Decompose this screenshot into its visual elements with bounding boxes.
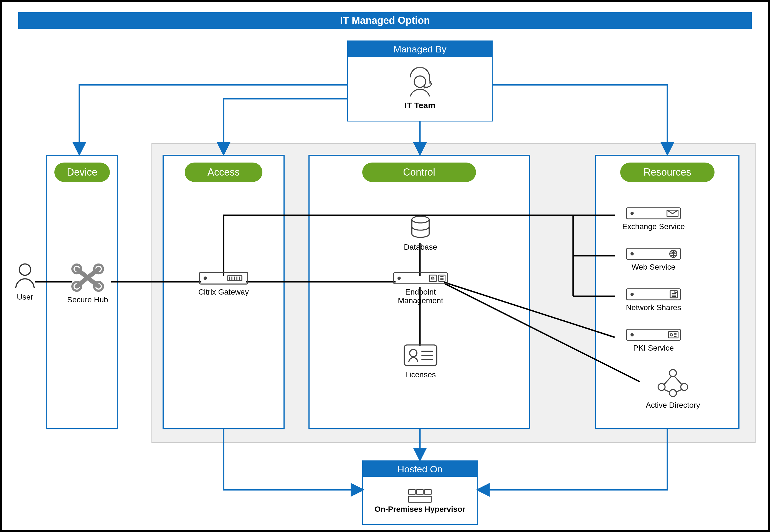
svg-point-56 (631, 334, 634, 336)
svg-point-39 (410, 349, 417, 357)
access-zone-label: Access (185, 163, 262, 182)
pki-icon (626, 328, 681, 341)
hypervisor-icon (407, 487, 433, 505)
hosted-on-box: Hosted On On-Premises Hypervisor (362, 460, 478, 525)
web-node: Web Service (615, 247, 692, 272)
svg-point-30 (412, 216, 429, 223)
shares-label: Network Shares (615, 303, 692, 312)
shares-node: Network Shares (615, 288, 692, 312)
secure-hub-node: Secure Hub (63, 262, 113, 304)
svg-point-62 (669, 369, 676, 376)
ad-node: Active Directory (634, 368, 712, 410)
svg-rect-14 (417, 490, 423, 494)
user-icon (12, 262, 37, 290)
exchange-label: Exchange Service (615, 222, 692, 231)
citrix-gateway-label: Citrix Gateway (193, 288, 254, 297)
user-label: User (8, 293, 42, 302)
database-label: Database (401, 243, 440, 252)
svg-rect-16 (409, 496, 431, 502)
database-icon (408, 215, 433, 240)
shares-icon (626, 288, 681, 301)
licenses-label: Licenses (398, 371, 443, 379)
secure-hub-icon (70, 262, 106, 293)
exchange-icon (626, 207, 681, 220)
database-node: Database (401, 215, 440, 252)
svg-point-58 (670, 334, 673, 336)
managed-by-header: Managed By (348, 41, 492, 57)
control-zone-label: Control (362, 163, 476, 182)
resources-zone-label: Resources (620, 163, 715, 182)
title-bar: IT Managed Option (18, 12, 752, 29)
device-zone-label: Device (54, 163, 110, 182)
license-icon (402, 343, 439, 368)
svg-point-32 (398, 277, 401, 280)
pki-label: PKI Service (615, 344, 692, 353)
managed-by-label: IT Team (404, 101, 435, 110)
secure-hub-label: Secure Hub (63, 296, 113, 304)
endpoint-label: Endpoint Management (382, 288, 459, 305)
managed-by-box: Managed By IT Team (347, 40, 493, 121)
svg-rect-33 (429, 275, 436, 282)
licenses-node: Licenses (398, 343, 443, 379)
svg-point-12 (424, 86, 426, 88)
svg-point-63 (658, 384, 665, 391)
it-team-icon (405, 67, 435, 101)
diagram-canvas: IT Managed Option (0, 0, 770, 532)
svg-point-64 (681, 384, 688, 391)
exchange-node: Exchange Service (615, 207, 692, 231)
hosted-on-header: Hosted On (363, 461, 477, 477)
svg-rect-13 (409, 490, 415, 494)
hosted-on-label: On-Premises Hypervisor (375, 505, 465, 514)
svg-rect-15 (425, 490, 431, 494)
user-node: User (8, 262, 42, 302)
svg-point-23 (204, 277, 207, 280)
svg-point-47 (631, 253, 634, 255)
svg-point-65 (669, 390, 676, 397)
endpoint-node: Endpoint Management (382, 271, 459, 305)
active-directory-icon (655, 368, 691, 398)
svg-point-50 (631, 293, 634, 296)
web-label: Web Service (615, 263, 692, 272)
ad-label: Active Directory (634, 401, 712, 410)
pki-node: PKI Service (615, 328, 692, 353)
endpoint-icon (393, 271, 448, 285)
svg-point-17 (19, 264, 31, 275)
citrix-gateway-node: Citrix Gateway (193, 271, 254, 297)
web-icon (626, 247, 681, 260)
gateway-icon (199, 271, 249, 285)
svg-point-11 (414, 76, 425, 87)
svg-rect-31 (394, 273, 447, 284)
svg-point-44 (631, 212, 634, 215)
